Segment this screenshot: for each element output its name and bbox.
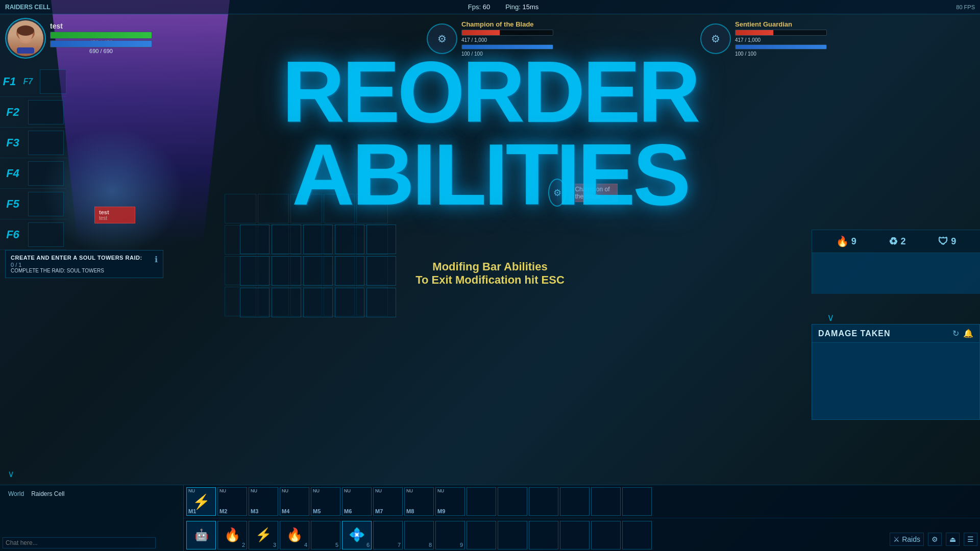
action-slot-m3[interactable]: NU M3 (249, 487, 278, 516)
action-bar-bottom: 🤖 2 🔥 3 ⚡ 4 🔥 5 6 💠 7 8 9 (184, 518, 980, 551)
action-slot-extra-3[interactable] (529, 487, 558, 516)
slot-num-4: 4 (304, 542, 307, 548)
action-slot-m1[interactable]: NU ⚡ M1 (186, 487, 216, 516)
slot-num-7: 7 (398, 542, 401, 548)
action-slot-extra-b1[interactable] (467, 521, 496, 549)
ability-slot[interactable] (303, 288, 333, 317)
ability-slot[interactable] (303, 256, 333, 286)
action-slot-m5[interactable]: NU M5 (311, 487, 340, 516)
player-avatar (5, 18, 46, 59)
ability-slot[interactable] (366, 256, 396, 286)
ability-slot[interactable] (335, 224, 364, 254)
action-slot-extra-4[interactable] (560, 487, 590, 516)
slot-label-top-m7: NU (375, 489, 382, 493)
hp-bar-fill (51, 32, 152, 38)
ability-slot[interactable] (335, 256, 364, 286)
ability-slot[interactable] (240, 256, 270, 286)
fkey-f3: F3 (0, 136, 26, 149)
mp-bar-wrapper: 690 / 690 (50, 40, 152, 47)
fkey-row-f3: F3 (0, 128, 66, 158)
right-panel-chevron[interactable]: ∨ (827, 311, 835, 323)
fkey-f2: F2 (0, 106, 26, 119)
action-slot-m9[interactable]: NU M9 (435, 487, 465, 516)
ability-slot[interactable] (335, 288, 364, 317)
slot-label-top-m5: NU (313, 489, 320, 493)
action-slot-5[interactable]: 5 (311, 521, 340, 549)
ability-slot[interactable] (366, 224, 396, 254)
ability-slot[interactable] (303, 224, 333, 254)
action-slot-2[interactable]: 2 🔥 (217, 521, 247, 549)
modifying-line2: To Exit Modification hit ESC (415, 273, 565, 287)
target-mp-bar-primary (461, 44, 553, 49)
ability-slot[interactable] (272, 288, 301, 317)
world-panel: World Raiders Cell (0, 485, 184, 551)
action-slot-4[interactable]: 4 🔥 (280, 521, 309, 549)
raids-button[interactable]: ⚔ Raids (890, 533, 924, 546)
fkey-f5: F5 (0, 197, 26, 211)
action-slot-extra-b5[interactable] (591, 521, 621, 549)
target-frame-secondary: ⚙ Sentient Guardian 417 / 1,000 100 / 10… (700, 20, 827, 57)
action-slot-m8[interactable]: NU M8 (404, 487, 434, 516)
ability-slot[interactable] (366, 288, 396, 317)
action-slot-extra-b2[interactable] (498, 521, 527, 549)
action-slot-extra-b6[interactable] (622, 521, 652, 549)
fkey-f4: F4 (0, 167, 26, 180)
target-name-secondary: Sentient Guardian (735, 20, 827, 28)
action-slot-extra-1[interactable] (467, 487, 496, 516)
bell-icon[interactable]: 🔔 (963, 329, 973, 338)
action-slot-9[interactable]: 9 (435, 521, 465, 549)
action-slot-6[interactable]: 6 💠 (342, 521, 372, 549)
slot-label-bottom-m4: M4 (282, 508, 289, 514)
player-portrait: test 450 / 450 690 / 690 (5, 18, 152, 59)
hp-bar-wrapper: 450 / 450 (50, 32, 152, 39)
settings-button[interactable]: ⚙ (928, 533, 942, 546)
quest-title: CREATE AND ENTER A SOUL TOWERS RAID: (11, 255, 158, 261)
slot-label-top-m2: NU (219, 489, 226, 493)
fkey-slot-f3[interactable] (28, 131, 64, 155)
target-mp-text-secondary: 100 / 100 (735, 51, 827, 57)
refresh-icon[interactable]: ↻ (952, 329, 959, 338)
action-slot-7[interactable]: 7 (373, 521, 403, 549)
fkey-slot-f4[interactable] (28, 161, 64, 186)
bottom-chevron-left[interactable]: ∨ (8, 468, 14, 480)
ability-slot[interactable] (272, 256, 301, 286)
action-slot-m6[interactable]: NU M6 (342, 487, 372, 516)
ability-slot[interactable] (240, 288, 270, 317)
fkey-slot-f1[interactable] (40, 69, 66, 94)
action-slot-extra-6[interactable] (622, 487, 652, 516)
action-slot-8[interactable]: 8 (404, 521, 434, 549)
fkey-slot-f5[interactable] (28, 192, 64, 216)
grid-cell (324, 194, 355, 223)
slot-icon-m1: ⚡ (192, 493, 210, 510)
quest-icon[interactable]: ℹ (155, 255, 158, 264)
slot-icon-3: ⚡ (255, 527, 272, 543)
hp-bar-container (50, 32, 152, 39)
quest-panel: ℹ CREATE AND ENTER A SOUL TOWERS RAID: 0… (5, 250, 163, 278)
action-slot-m7[interactable]: NU M7 (373, 487, 403, 516)
stat-shield: 🛡 9 (938, 236, 956, 247)
menu-button[interactable]: ☰ (964, 533, 977, 546)
action-slot-m4[interactable]: NU M4 (280, 487, 309, 516)
action-slot-extra-b4[interactable] (560, 521, 590, 549)
target-hp-bar-secondary (735, 30, 827, 36)
quest-progress: 0 / 1 (11, 262, 158, 268)
fps-small: 80 FPS (956, 4, 975, 10)
right-stats-panel: 🔥 9 ♻ 2 🛡 9 (812, 230, 980, 294)
logout-button[interactable]: ⏏ (946, 533, 960, 546)
chat-input[interactable] (3, 537, 156, 548)
action-slot-m2[interactable]: NU M2 (217, 487, 247, 516)
quest-sub: COMPLETE THE RAID: SOUL TOWERS (11, 268, 158, 273)
ability-slot[interactable] (240, 224, 270, 254)
stat-fire-value: 9 (851, 236, 856, 247)
fkey-slot-f2[interactable] (28, 100, 64, 124)
action-slot-extra-2[interactable] (498, 487, 527, 516)
fkey-row-f5: F5 (0, 189, 66, 219)
settings-icon: ⚙ (932, 535, 938, 543)
action-slot-3[interactable]: 3 ⚡ (249, 521, 278, 549)
world-label: World (4, 488, 28, 500)
fkey-slot-f6[interactable] (28, 222, 64, 247)
ability-slot[interactable] (272, 224, 301, 254)
action-slot-1[interactable]: 🤖 (186, 521, 216, 549)
action-slot-extra-b3[interactable] (529, 521, 558, 549)
action-slot-extra-5[interactable] (591, 487, 621, 516)
